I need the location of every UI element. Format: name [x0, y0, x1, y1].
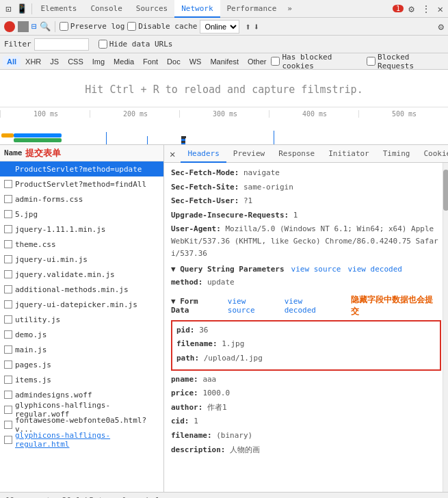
detail-tab-timing[interactable]: Timing [376, 145, 417, 163]
file-item-1[interactable]: ProductServlet?method=findAll [0, 176, 163, 192]
file-item-4[interactable]: jquery-1.11.1.min.js [0, 222, 163, 237]
type-filter-bar: All XHR JS CSS Img Media Font Doc WS Man… [0, 53, 448, 70]
form-annotation: 隐藏字段中数据也会提交 [351, 294, 441, 317]
filter-icon[interactable]: ⊟ [31, 21, 37, 31]
file-item-12[interactable]: main.js [0, 342, 163, 357]
type-all[interactable]: All [3, 56, 21, 67]
disable-cache-check[interactable]: Disable cache [127, 22, 197, 31]
clear-button[interactable] [18, 21, 29, 32]
file-item-3[interactable]: 5.jpg [0, 207, 163, 222]
file-item-2[interactable]: admin-forms.css [0, 192, 163, 207]
main-split: Name 提交表单 ProductServlet?method=update P… [0, 145, 448, 492]
file-item-17[interactable]: fontawesome-webfonte0a5.html?v... [0, 417, 163, 432]
detail-tab-response[interactable]: Response [272, 145, 321, 163]
tab-console[interactable]: Console [83, 0, 129, 18]
tab-sources[interactable]: Sources [129, 0, 174, 18]
file-icon-17 [4, 421, 12, 429]
preserve-log-check[interactable]: Preserve log [60, 22, 124, 31]
form-rest-1: price: 1000.0 [171, 387, 441, 399]
form-rest-3: cid: 1 [171, 415, 441, 428]
file-item-16[interactable]: glyphicons-halflings-regular.woff [0, 402, 163, 417]
form-view-decoded-link[interactable]: view decoded [285, 297, 339, 315]
submit-annotation: 提交表单 [25, 147, 61, 159]
file-item-18[interactable]: glyphicons-halflings-regular.html [0, 432, 163, 447]
settings-icon[interactable]: ⚙ [406, 3, 416, 14]
filter-input[interactable] [34, 38, 89, 51]
throttle-select[interactable]: Online [200, 20, 239, 34]
detail-close[interactable]: ✕ [164, 148, 181, 159]
file-icon-2 [4, 195, 12, 203]
form-data-box: pid: 36 filename: 1.jpg path: /upload/1.… [171, 320, 441, 371]
file-item-7[interactable]: jquery.validate.min.js [0, 267, 163, 282]
type-manifest[interactable]: Manifest [206, 56, 243, 67]
file-item-8[interactable]: additional-methods.min.js [0, 282, 163, 297]
inspect-icon[interactable]: ⊡ [3, 3, 14, 14]
file-item-5[interactable]: theme.css [0, 237, 163, 252]
query-param-0: method: update [171, 276, 441, 289]
tab-network[interactable]: Network [174, 0, 220, 18]
tab-elements[interactable]: Elements [34, 0, 83, 18]
view-source-link[interactable]: view source [291, 265, 341, 274]
type-img[interactable]: Img [88, 56, 109, 67]
detail-tab-cookies[interactable]: Cookies [417, 145, 449, 163]
file-list-header: Name 提交表单 [0, 145, 163, 161]
file-icon-5 [4, 240, 12, 248]
scrollbar[interactable] [443, 163, 448, 492]
file-icon-9 [4, 300, 12, 309]
more-icon[interactable]: ⋮ [419, 3, 433, 14]
type-ws[interactable]: WS [185, 56, 206, 67]
filter-bar: Filter Hide data URLs [0, 36, 448, 53]
detail-tab-headers[interactable]: Headers [181, 145, 226, 163]
type-css[interactable]: CSS [64, 56, 88, 67]
type-doc[interactable]: Doc [163, 56, 185, 67]
type-js[interactable]: JS [46, 56, 63, 67]
detail-tab-preview[interactable]: Preview [226, 145, 272, 163]
detail-panel: ✕ Headers Preview Response Initiator Tim… [164, 145, 448, 492]
timeline-bars [0, 131, 448, 140]
top-tab-bar: ⊡ 📱 Elements Console Sources Network Per… [0, 0, 448, 18]
type-media[interactable]: Media [109, 56, 138, 67]
file-item-15[interactable]: admindesigns.woff [0, 387, 163, 402]
file-item-9[interactable]: jquery-ui-datepicker.min.js [0, 297, 163, 312]
download-icon[interactable]: ⬇ [254, 21, 259, 32]
type-xhr[interactable]: XHR [21, 56, 45, 67]
form-rest-0: pname: aaa [171, 374, 441, 386]
file-item-10[interactable]: utility.js [0, 312, 163, 327]
search-icon[interactable]: 🔍 [40, 21, 51, 31]
type-other[interactable]: Other [243, 56, 271, 67]
timeline-400: 400 ms [269, 110, 358, 118]
file-item-14[interactable]: items.js [0, 372, 163, 387]
file-icon-0 [4, 165, 12, 173]
tab-more[interactable]: » [283, 4, 296, 13]
hide-data-urls-check[interactable]: Hide data URLs [98, 40, 173, 49]
timeline-marker-right [274, 131, 274, 145]
file-item-6[interactable]: jquery-ui.min.js [0, 252, 163, 267]
timeline-100: 100 ms [0, 110, 90, 118]
close-icon[interactable]: ✕ [436, 3, 445, 14]
view-decoded-link[interactable]: view decoded [347, 265, 401, 274]
form-rest-5: description: 人物的画 [171, 444, 441, 456]
scroll-thumb[interactable] [443, 170, 448, 211]
gear-icon[interactable]: ⚙ [438, 21, 444, 32]
record-button[interactable] [4, 21, 15, 32]
header-row-3: Upgrade-Insecure-Requests: 1 [171, 209, 441, 222]
form-rest-2: author: 作者1 [171, 402, 441, 414]
timeline-ruler: 100 ms 200 ms 300 ms 400 ms 500 ms [0, 107, 448, 118]
upload-icon[interactable]: ⬆ [245, 21, 250, 32]
header-row-0: Sec-Fetch-Mode: navigate [171, 167, 441, 179]
tab-performance[interactable]: Performance [220, 0, 284, 18]
blocked-requests-check[interactable]: Blocked Requests [367, 53, 445, 70]
type-font[interactable]: Font [139, 56, 162, 67]
form-view-source-link[interactable]: view source [228, 297, 278, 315]
has-blocked-cookies-check[interactable]: Has blocked cookies [271, 53, 363, 70]
hint-text: Hit Ctrl + R to reload and capture films… [85, 83, 363, 96]
timeline-bar-green [14, 138, 62, 142]
file-list: ProductServlet?method=update ProductServ… [0, 161, 163, 492]
file-item-13[interactable]: pages.js [0, 357, 163, 372]
file-item-11[interactable]: demo.js [0, 327, 163, 342]
detail-tab-initiator[interactable]: Initiator [321, 145, 376, 163]
file-item-0[interactable]: ProductServlet?method=update [0, 161, 163, 176]
timeline-bar-orange [1, 133, 14, 137]
device-icon[interactable]: 📱 [14, 3, 30, 14]
file-icon-16 [4, 406, 12, 414]
